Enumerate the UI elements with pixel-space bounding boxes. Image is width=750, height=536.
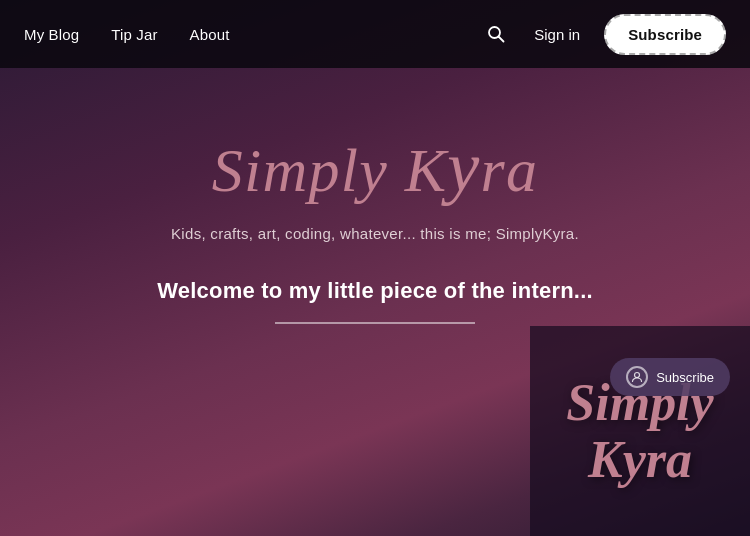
nav-left: My Blog Tip Jar About [24, 26, 230, 43]
nav-tip-jar[interactable]: Tip Jar [111, 26, 157, 43]
subscribe-nav-button[interactable]: Subscribe [604, 14, 726, 55]
search-icon [486, 24, 506, 44]
subscribe-pill[interactable]: Subscribe [610, 358, 730, 396]
welcome-text: Welcome to my little piece of the intern… [157, 278, 593, 304]
divider [275, 322, 475, 324]
search-button[interactable] [482, 20, 510, 48]
site-title: Simply Kyra [212, 128, 538, 207]
svg-point-2 [635, 373, 640, 378]
user-icon [626, 366, 648, 388]
signin-button[interactable]: Sign in [526, 22, 588, 47]
svg-line-1 [499, 37, 504, 42]
hero-section: Simply Kyra Kids, crafts, art, coding, w… [0, 68, 750, 324]
nav-about[interactable]: About [190, 26, 230, 43]
page-wrapper: My Blog Tip Jar About Sign in Subscribe … [0, 0, 750, 536]
nav-right: Sign in Subscribe [482, 14, 726, 55]
nav-my-blog[interactable]: My Blog [24, 26, 79, 43]
navbar: My Blog Tip Jar About Sign in Subscribe [0, 0, 750, 68]
subscribe-pill-label: Subscribe [656, 370, 714, 385]
tagline: Kids, crafts, art, coding, whatever... t… [171, 225, 579, 242]
